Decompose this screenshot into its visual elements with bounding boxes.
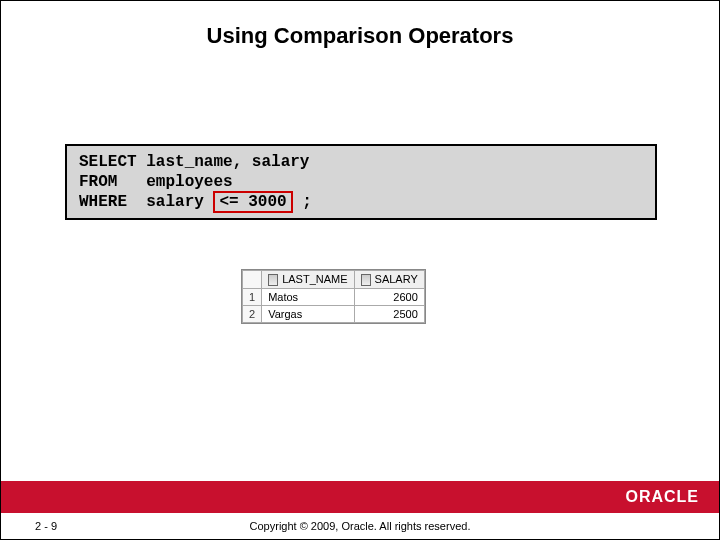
column-type-icon [361, 274, 371, 286]
footer: 2 - 9 Copyright © 2009, Oracle. All righ… [1, 513, 719, 539]
from-table: employees [146, 173, 232, 191]
cell-salary: 2600 [354, 289, 424, 306]
table-row: 2 Vargas 2500 [243, 306, 425, 323]
kw-from: FROM [79, 173, 117, 191]
cell-salary: 2500 [354, 306, 424, 323]
where-column: salary [146, 193, 204, 211]
kw-select: SELECT [79, 153, 137, 171]
select-columns: last_name, salary [146, 153, 309, 171]
where-predicate-highlight: <= 3000 [213, 191, 292, 213]
sql-terminator: ; [302, 193, 312, 211]
column-type-icon [268, 274, 278, 286]
col-header-salary: SALARY [354, 271, 424, 289]
rownum-header [243, 271, 262, 289]
row-number: 2 [243, 306, 262, 323]
kw-where: WHERE [79, 193, 127, 211]
col-header-lastname-label: LAST_NAME [282, 273, 347, 285]
row-number: 1 [243, 289, 262, 306]
copyright-text: Copyright © 2009, Oracle. All rights res… [1, 520, 719, 532]
col-header-lastname: LAST_NAME [262, 271, 354, 289]
result-grid: LAST_NAME SALARY 1 Matos 2600 2 Vargas 2… [241, 269, 426, 324]
sql-code-box: SELECT last_name, salaryFROM employeesWH… [65, 144, 657, 220]
oracle-logo: ORACLE [625, 488, 699, 506]
col-header-salary-label: SALARY [375, 273, 418, 285]
brand-bar: ORACLE [1, 481, 719, 513]
slide-title: Using Comparison Operators [1, 23, 719, 49]
cell-lastname: Matos [262, 289, 354, 306]
slide: Using Comparison Operators SELECT last_n… [0, 0, 720, 540]
header-row: LAST_NAME SALARY [243, 271, 425, 289]
cell-lastname: Vargas [262, 306, 354, 323]
page-number: 2 - 9 [35, 520, 57, 532]
table-row: 1 Matos 2600 [243, 289, 425, 306]
